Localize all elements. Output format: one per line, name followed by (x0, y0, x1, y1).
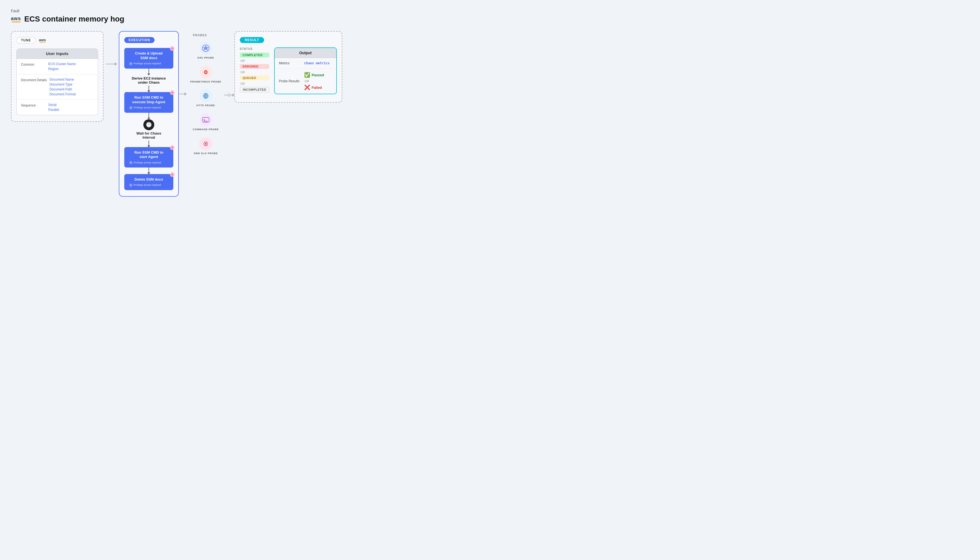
spark-icon-2: 🌸 (170, 90, 175, 96)
probe-item-k8s: K8S PROBE (198, 42, 214, 60)
svg-point-5 (205, 71, 207, 73)
tune-seq-val1: Serial (48, 103, 59, 107)
srm-probe-name: SRM SLO PROBE (194, 152, 218, 155)
status-completed: COMPLETED (240, 53, 269, 57)
arrow-line (106, 64, 117, 64)
execution-to-probes-arrow (179, 94, 186, 94)
info-icon-2: ℹ (129, 106, 132, 110)
tune-row-docs-label: Document Details (21, 78, 47, 82)
probes-label: PROBES (190, 34, 221, 37)
exec-down-arrow-3 (149, 113, 149, 119)
exec-down-arrow-2 (149, 85, 149, 92)
metrics-value: chaos metrics (304, 61, 330, 65)
metrics-label: Metrics (279, 61, 301, 65)
execution-box: EXECUTION 🌸 Create & UploadSSM docs ℹ Pr… (119, 31, 179, 197)
aws-small-logo: aws (39, 38, 46, 42)
output-box: Output Metrics chaos metrics Probe Resul… (274, 47, 337, 94)
aws-logo: aws (11, 16, 21, 22)
exec-down-arrow-5 (149, 168, 149, 174)
output-row-probe-results: Probe Results ✅ Passed OR ❌ Failed (275, 68, 336, 94)
result-label: RESULT (240, 37, 264, 43)
prometheus-probe-icon (199, 66, 212, 79)
tune-common-values: ECS Cluster Name Region (48, 62, 76, 71)
page-title: ECS container memory hog (24, 15, 124, 23)
tune-section-common: Common ECS Cluster Name Region (17, 59, 98, 74)
privilege-badge-4: ℹ Privilege access required (129, 183, 169, 187)
status-incompleted: INCOMPLETED (240, 87, 269, 92)
or-1: OR (240, 59, 269, 62)
tune-common-val2: Region (48, 67, 76, 71)
info-icon-1: ℹ (129, 62, 132, 65)
status-badges: COMPLETED OR ERRORED OR QUEUED OR INCOMP… (240, 53, 269, 92)
probes-to-result-arrow (224, 94, 234, 97)
or-2: OR (240, 70, 269, 74)
failed-label: Failed (312, 85, 322, 90)
privilege-badge-2: ℹ Privilege access required (129, 106, 169, 110)
spark-icon-3: 🌸 (170, 145, 175, 151)
spark-icon-1: 🌸 (170, 46, 175, 52)
fault-label: Fault (11, 9, 969, 13)
page-header: Fault aws ECS container memory hog (11, 9, 969, 23)
exec-step-stop-agent: 🌸 Run SSM CMD toexecute Stop Agent ℹ Pri… (124, 92, 173, 113)
probe-results-label: Probe Results (279, 79, 301, 83)
spark-icon-4: 🌸 (170, 172, 175, 178)
http-probe-name: HTTP PROBE (197, 104, 215, 107)
probe-item-command: COMMAND PROBE (193, 113, 219, 131)
tune-docs-val3: Document Path (50, 87, 76, 91)
output-row-metrics: Metrics chaos metrics (275, 58, 336, 68)
or-3: OR (240, 82, 269, 85)
tune-docs-val2: Document Type (50, 83, 76, 86)
check-circle-icon: ✅ (304, 72, 310, 78)
exec-down-arrow-1 (149, 68, 149, 75)
exec-step-start-agent: 🌸 Run SSM CMD tostart Agent ℹ Privilege … (124, 147, 173, 168)
tune-seq-values: Serial Parallel (48, 103, 59, 112)
tune-common-val1: ECS Cluster Name (48, 62, 76, 66)
k8s-probe-icon (199, 42, 212, 55)
exec-steps: 🌸 Create & UploadSSM docs ℹ Privilege ac… (124, 48, 173, 190)
user-inputs-table: User Inputs Common ECS Cluster Name Regi… (16, 48, 98, 115)
command-probe-name: COMMAND PROBE (193, 128, 219, 131)
status-errored: ERRORED (240, 64, 269, 69)
tune-docs-values: Document Name Document Type Document Pat… (50, 78, 76, 96)
status-section: STATUS COMPLETED OR ERRORED OR QUEUED OR… (240, 47, 269, 92)
tune-row-seq-label: Sequence (21, 103, 45, 107)
probe-result-values: ✅ Passed OR ❌ Failed (304, 72, 324, 90)
tune-section-seq: Sequence Serial Parallel (17, 100, 98, 115)
tune-row-docs: Document Details Document Name Document … (17, 74, 98, 99)
probes-section: PROBES K8S PROBE (186, 31, 224, 158)
status-title: STATUS (240, 47, 269, 50)
probe-item-srm: SRM SLO PROBE (194, 137, 218, 155)
ptr-seg1 (224, 95, 228, 95)
tune-to-execution-arrow (104, 64, 119, 64)
info-icon-4: ℹ (129, 183, 132, 187)
tune-row-common-label: Common (21, 62, 45, 67)
execution-label: EXECUTION (124, 37, 155, 43)
tune-seq-val2: Parallel (48, 108, 59, 112)
exec-step-wait-label: Wait for ChaosInterval (136, 130, 161, 140)
result-inner: STATUS COMPLETED OR ERRORED OR QUEUED OR… (240, 47, 337, 96)
exec-step-clock: 🕐 (144, 119, 154, 130)
passed-badge: ✅ Passed (304, 72, 324, 78)
command-probe-icon (199, 113, 212, 127)
diagram-container: TUNE aws User Inputs Common ECS Cluster … (11, 31, 969, 197)
tune-section-docs: Document Details Document Name Document … (17, 74, 98, 100)
exec-down-arrow-4 (149, 140, 149, 147)
k8s-probe-name: K8S PROBE (198, 57, 214, 60)
output-header: Output (275, 48, 336, 58)
probe-item-prometheus: PROMETHEUS PROBE (190, 66, 221, 83)
svg-point-15 (205, 143, 206, 144)
privilege-badge-1: ℹ Privilege access required (129, 62, 169, 65)
ptr-circle (228, 94, 230, 97)
passed-label: Passed (312, 73, 324, 77)
exec-step-derive: Derive EC2 instanceunder Chaos (132, 75, 166, 85)
x-circle-icon: ❌ (304, 85, 310, 90)
exec-step-create-upload: 🌸 Create & UploadSSM docs ℹ Privilege ac… (124, 48, 173, 68)
prometheus-probe-name: PROMETHEUS PROBE (190, 80, 221, 83)
info-icon-3: ℹ (129, 161, 132, 164)
tune-label: TUNE (16, 37, 36, 43)
http-probe-icon (199, 89, 212, 102)
h-arrow-line (179, 94, 186, 94)
tune-row-common: Common ECS Cluster Name Region (17, 59, 98, 74)
exec-step-delete: 🌸 Delete SSM docs ℹ Privilege access req… (124, 174, 173, 190)
tune-label-row: TUNE aws (16, 37, 98, 43)
